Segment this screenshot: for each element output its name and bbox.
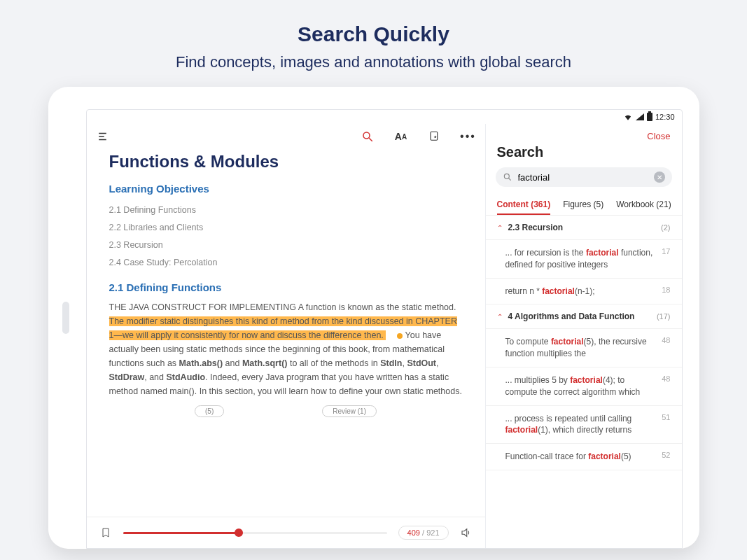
close-button[interactable]: Close [647, 131, 670, 141]
bookmark-star-icon[interactable] [428, 130, 442, 144]
result-item[interactable]: ... for recursion is the factorial funct… [486, 240, 682, 279]
svg-rect-2 [431, 132, 438, 140]
font-size-icon[interactable]: AA [394, 130, 408, 144]
progress-slider[interactable] [123, 532, 387, 534]
page-pill-right[interactable]: Review (1) [322, 405, 377, 417]
toc-item[interactable]: 2.1 Defining Functions [109, 202, 463, 219]
search-box[interactable]: ✕ [496, 167, 672, 187]
result-section[interactable]: ⌃ 2.3 Recursion (2) [486, 216, 682, 240]
tab-content[interactable]: Content (361) [497, 195, 551, 215]
result-section[interactable]: ⌃ 4 Algorithms and Data Function (17) [486, 304, 682, 329]
section-heading: 2.1 Defining Functions [109, 281, 463, 293]
tablet-frame: 12:30 AA ••• [48, 87, 699, 549]
clear-icon[interactable]: ✕ [654, 172, 665, 183]
toc-item[interactable]: 2.2 Libraries and Clients [109, 219, 463, 237]
promo-subtitle: Find concepts, images and annotations wi… [14, 53, 733, 71]
battery-icon [647, 113, 652, 121]
objectives-heading: Learning Objectives [109, 183, 463, 195]
result-item[interactable]: To compute factorial(5), the recursive f… [486, 329, 682, 368]
search-tabs: Content (361) Figures (5) Workbook (21) [486, 195, 682, 216]
annotation-dot-icon[interactable] [397, 333, 403, 339]
chevron-up-icon: ⌃ [497, 224, 503, 232]
toc-item[interactable]: 2.3 Recursion [109, 237, 463, 254]
menu-icon[interactable] [97, 130, 111, 144]
chevron-up-icon: ⌃ [497, 313, 503, 321]
reader-footer: 409 / 921 [87, 517, 485, 548]
search-title: Search [486, 141, 682, 167]
search-icon[interactable] [361, 130, 375, 144]
tab-figures[interactable]: Figures (5) [563, 195, 603, 215]
body-text: THE JAVA CONSTRUCT FOR IMPLEMENTING A fu… [109, 300, 463, 398]
toc-list: 2.1 Defining Functions 2.2 Libraries and… [109, 202, 463, 272]
page-indicator[interactable]: 409 / 921 [398, 526, 449, 540]
toc-item[interactable]: 2.4 Case Study: Percolation [109, 254, 463, 272]
tab-workbook[interactable]: Workbook (21) [616, 195, 671, 215]
svg-line-4 [508, 178, 510, 181]
signal-icon [636, 113, 644, 120]
status-time: 12:30 [655, 113, 675, 121]
search-input[interactable] [518, 172, 648, 183]
search-input-icon [503, 172, 512, 182]
result-item[interactable]: ... process is repeated until calling fa… [486, 406, 682, 444]
search-panel: Close Search ✕ Content (361) Figures (5)… [486, 124, 682, 548]
svg-point-3 [504, 174, 509, 178]
reader-toolbar: AA ••• [87, 124, 485, 149]
status-bar: 12:30 [87, 110, 682, 124]
more-icon[interactable]: ••• [461, 130, 475, 144]
chapter-title: Functions & Modules [109, 152, 463, 172]
svg-line-1 [369, 138, 372, 141]
promo-title: Search Quickly [14, 22, 733, 46]
page-pill-left[interactable]: (5) [195, 405, 224, 417]
result-item[interactable]: Function-call trace for factorial(5) 52 [486, 444, 682, 470]
result-item[interactable]: ... multiplies 5 by factorial(4); to com… [486, 368, 682, 406]
wifi-icon [623, 113, 633, 121]
result-item[interactable]: return n * factorial(n-1); 18 [486, 279, 682, 305]
bookmark-icon[interactable] [99, 526, 112, 539]
tablet-home-button [62, 302, 69, 334]
audio-icon[interactable] [460, 526, 473, 539]
svg-point-0 [363, 132, 370, 139]
search-results: ⌃ 2.3 Recursion (2) ... for recursion is… [486, 216, 682, 548]
